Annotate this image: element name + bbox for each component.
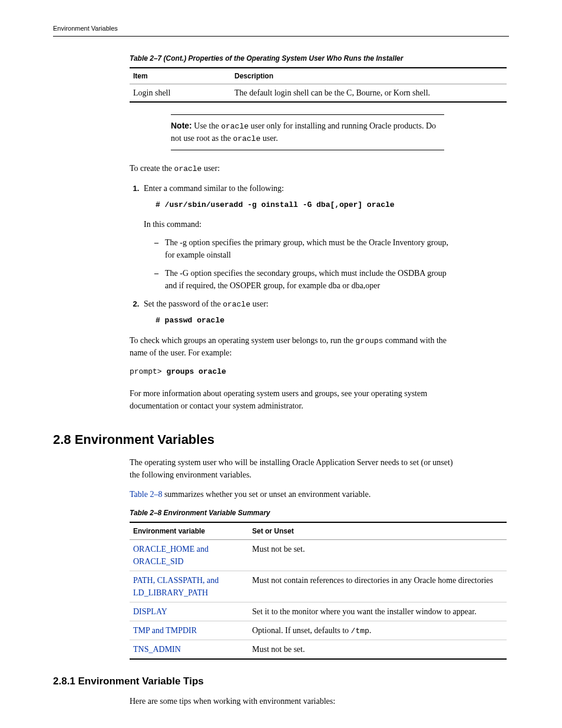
- td-login-shell: Login shell: [130, 84, 231, 102]
- bullet-G-option: The -G option specifies the secondary gr…: [154, 267, 456, 292]
- b2-pre: The: [165, 269, 180, 278]
- create-code: oracle: [174, 164, 202, 173]
- prompt-pre: prompt>: [130, 367, 166, 376]
- b1-code2: oinstall: [207, 251, 231, 259]
- table-row: TMP and TMPDIR Optional. If unset, defau…: [130, 621, 507, 640]
- link-path-classpath[interactable]: PATH, CLASSPATH, and LD_LIBRARY_PATH: [133, 576, 219, 597]
- link-tmp[interactable]: TMP and TMPDIR: [133, 626, 197, 635]
- more-info-para: For more information about operating sys…: [130, 387, 456, 412]
- running-header: Environment Variables: [53, 24, 509, 37]
- td-path-desc: Must not contain references to directori…: [249, 571, 507, 602]
- b2-code: -G: [180, 269, 189, 278]
- numbered-steps: Enter a command similar to the following…: [130, 182, 456, 327]
- note-code-1: oracle: [221, 122, 249, 131]
- link-tns-admin[interactable]: TNS_ADMIN: [133, 645, 181, 654]
- create-pre: To create the: [130, 164, 174, 173]
- note-text-3: user.: [260, 134, 278, 143]
- td-tmp-desc: Optional. If unset, defaults to /tmp.: [249, 621, 507, 640]
- section-2-8-heading: 2.8 Environment Variables: [53, 430, 509, 449]
- tmp-post: .: [369, 626, 372, 635]
- prompt-bold: groups oracle: [166, 367, 226, 376]
- step1-text: Enter a command similar to the following…: [144, 184, 284, 193]
- b1-code: -g: [180, 238, 187, 247]
- check-pre: To check which groups an operating syste…: [130, 336, 356, 345]
- step1-bullets: The -g option specifies the primary grou…: [144, 236, 456, 292]
- table-row: ORACLE_HOME and ORACLE_SID Must not be s…: [130, 539, 507, 571]
- step1-code: # /usr/sbin/useradd -g oinstall -G dba[,…: [156, 199, 456, 211]
- td-display-desc: Set it to the monitor where you want the…: [249, 602, 507, 621]
- link-display[interactable]: DISPLAY: [133, 607, 167, 616]
- s2-code: oracle: [223, 300, 250, 309]
- note-label: Note:: [171, 121, 192, 130]
- s2-pre: Set the password of the: [144, 299, 223, 308]
- note-text-1: Use the: [192, 121, 221, 130]
- create-post: user:: [201, 164, 220, 173]
- table-row: DISPLAY Set it to the monitor where you …: [130, 602, 507, 621]
- step2-code: # passwd oracle: [156, 315, 456, 327]
- table-2-7: Item Description Login shell The default…: [130, 67, 507, 103]
- step2-text: Set the password of the oracle user:: [144, 299, 269, 308]
- check-code: groups: [356, 337, 384, 345]
- sec281-p1: Here are some tips when working with env…: [130, 695, 456, 707]
- table-2-8-xref[interactable]: Table 2–8: [130, 490, 162, 499]
- note-box: Note: Use the oracle user only for insta…: [171, 114, 444, 150]
- sec28-p2-rest: summarizes whether you set or unset an e…: [162, 490, 371, 499]
- s2-post: user:: [250, 299, 269, 308]
- table-row: TNS_ADMIN Must not be set.: [130, 640, 507, 660]
- th-description: Description: [231, 68, 507, 84]
- td-login-shell-desc: The default login shell can be the C, Bo…: [231, 84, 507, 102]
- section-2-8-1-heading: 2.8.1 Environment Variable Tips: [53, 674, 509, 689]
- table-2-8-caption: Table 2–8 Environment Variable Summary: [130, 508, 509, 518]
- tmp-code: /tmp: [351, 627, 369, 635]
- b2-or: or: [340, 281, 352, 290]
- b1-pre: The: [165, 238, 180, 247]
- create-user-intro: To create the oracle user:: [130, 162, 456, 175]
- tmp-pre: Optional. If unset, defaults to: [252, 626, 351, 635]
- td-tns-desc: Must not be set.: [249, 640, 507, 660]
- step-1: Enter a command similar to the following…: [141, 182, 456, 292]
- b2-code3: dba,oper: [352, 281, 381, 290]
- th-set-unset: Set or Unset: [249, 522, 507, 540]
- table-2-8: Environment variable Set or Unset ORACLE…: [130, 522, 507, 660]
- th-item: Item: [130, 68, 231, 84]
- sec28-p2: Table 2–8 summarizes whether you set or …: [130, 488, 456, 500]
- bullet-g-option: The -g option specifies the primary grou…: [154, 236, 456, 261]
- b2-code2: dba: [329, 281, 340, 290]
- link-oracle-home[interactable]: ORACLE_HOME and ORACLE_SID: [133, 545, 209, 566]
- td-oracle-home-desc: Must not be set.: [249, 539, 507, 571]
- table-row: PATH, CLASSPATH, and LD_LIBRARY_PATH Mus…: [130, 571, 507, 602]
- sec28-p1: The operating system user who will be in…: [130, 456, 456, 481]
- note-code-2: oracle: [233, 134, 260, 143]
- table-2-7-caption: Table 2–7 (Cont.) Properties of the Oper…: [130, 53, 509, 64]
- step-2: Set the password of the oracle user: # p…: [141, 298, 456, 327]
- check-groups-para: To check which groups an operating syste…: [130, 334, 456, 360]
- th-env-var: Environment variable: [130, 522, 249, 540]
- prompt-example: prompt> groups oracle: [130, 366, 509, 378]
- b2-mid: option specifies the secondary groups, w…: [165, 269, 447, 290]
- step1-subpara: In this command:: [144, 218, 456, 230]
